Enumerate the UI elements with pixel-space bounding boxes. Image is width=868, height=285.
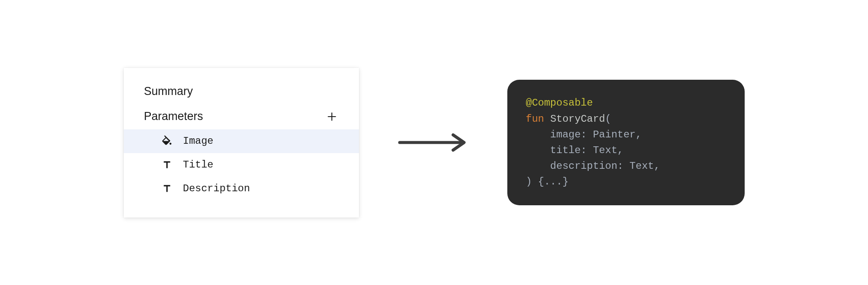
parameter-item-image[interactable]: Image bbox=[124, 129, 359, 153]
text-icon bbox=[161, 159, 173, 171]
code-keyword: fun bbox=[526, 113, 544, 125]
parameter-list: Image Title Description bbox=[124, 129, 359, 201]
code-body: {...} bbox=[532, 176, 568, 187]
code-annotation: @Composable bbox=[526, 97, 593, 109]
code-param: image: Painter, bbox=[550, 129, 642, 140]
panel-heading-summary: Summary bbox=[124, 81, 359, 107]
code-param: title: Text, bbox=[550, 145, 623, 156]
add-parameter-button[interactable] bbox=[325, 110, 339, 123]
parameters-panel: Summary Parameters Image Title Descripti… bbox=[124, 68, 359, 218]
parameters-section-header: Parameters bbox=[124, 107, 359, 129]
parameter-label: Description bbox=[183, 183, 250, 194]
svg-point-2 bbox=[169, 142, 171, 145]
parameter-label: Image bbox=[183, 135, 214, 147]
plus-icon bbox=[326, 111, 337, 122]
text-icon bbox=[161, 183, 173, 195]
arrow-right-icon bbox=[397, 132, 469, 153]
parameter-item-title[interactable]: Title bbox=[124, 153, 359, 177]
code-function-name: StoryCard bbox=[550, 113, 605, 125]
section-title-parameters: Parameters bbox=[144, 110, 203, 123]
parameter-item-description[interactable]: Description bbox=[124, 177, 359, 201]
code-open-paren: ( bbox=[605, 113, 611, 125]
parameter-label: Title bbox=[183, 159, 214, 170]
code-content: @Composable fun StoryCard( image: Painte… bbox=[526, 95, 726, 190]
fill-icon bbox=[161, 135, 173, 147]
code-param: description: Text, bbox=[550, 160, 660, 172]
arrow bbox=[397, 132, 469, 153]
code-close-paren: ) bbox=[526, 176, 532, 187]
code-block: @Composable fun StoryCard( image: Painte… bbox=[507, 80, 745, 205]
